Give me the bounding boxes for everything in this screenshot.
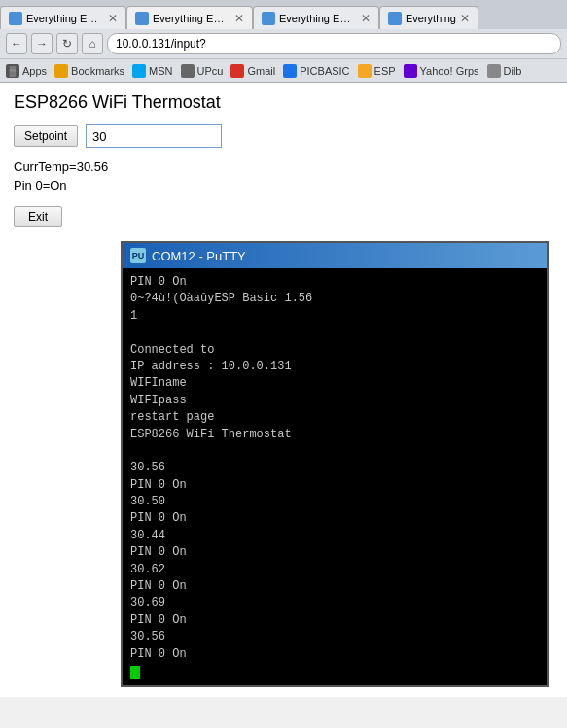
bookmark-gmail-label: Gmail: [247, 65, 275, 77]
setpoint-input[interactable]: [86, 124, 222, 148]
dilb-icon: [487, 64, 501, 78]
picbasic-icon: [283, 64, 297, 78]
gmail-icon: [230, 64, 244, 78]
putty-title: COM12 - PuTTY: [152, 249, 539, 263]
tab-4-favicon: [388, 12, 402, 25]
page-title: ESP8266 WiFi Thermostat: [14, 92, 553, 113]
tab-3-label: Everything ESP8266 -: [279, 13, 357, 24]
bookmark-bookmarks-label: Bookmarks: [71, 65, 124, 77]
tab-1-label: Everything ESP8266 -: [26, 13, 104, 24]
tab-bar: Everything ESP8266 - ✕ Everything ESP826…: [0, 0, 567, 29]
tab-1[interactable]: Everything ESP8266 - ✕: [0, 6, 126, 29]
setpoint-button[interactable]: Setpoint: [14, 125, 78, 147]
upcu-icon: [181, 64, 195, 78]
setpoint-row: Setpoint: [14, 124, 553, 148]
bookmarks-bar: ▒ Apps Bookmarks MSN UPcu Gmail PICBASIC…: [0, 58, 567, 82]
tab-3[interactable]: Everything ESP8266 - ✕: [253, 6, 379, 29]
nav-bar: ← → ↻ ⌂: [0, 29, 567, 58]
page-content: ESP8266 WiFi Thermostat Setpoint CurrTem…: [0, 83, 567, 697]
bookmark-picbasic-label: PICBASIC: [300, 65, 349, 77]
bookmark-gmail[interactable]: Gmail: [230, 64, 275, 78]
bookmark-msn[interactable]: MSN: [132, 64, 172, 78]
address-bar[interactable]: [107, 33, 561, 54]
tab-2-label: Everything ESP8266 -: [153, 13, 230, 24]
forward-button[interactable]: →: [31, 33, 53, 54]
bookmark-esp-label: ESP: [374, 65, 396, 77]
bookmark-yahoo[interactable]: Yahoo! Grps: [404, 64, 479, 78]
curr-temp-display: CurrTemp=30.56: [14, 159, 553, 174]
putty-terminal[interactable]: PIN 0 On 0~?4ù!(OàaûyESP Basic 1.56 1 Co…: [123, 268, 547, 685]
home-button[interactable]: ⌂: [82, 33, 103, 54]
terminal-cursor: [130, 666, 140, 679]
bookmark-picbasic[interactable]: PICBASIC: [283, 64, 349, 78]
bookmark-dilb-label: Dilb: [504, 65, 522, 77]
pin-status-display: Pin 0=On: [14, 178, 553, 192]
back-button[interactable]: ←: [6, 33, 27, 54]
bookmark-yahoo-label: Yahoo! Grps: [420, 65, 479, 77]
bookmark-bookmarks[interactable]: Bookmarks: [54, 64, 124, 78]
reload-button[interactable]: ↻: [56, 33, 78, 54]
bookmark-dilb[interactable]: Dilb: [487, 64, 522, 78]
tab-4[interactable]: Everything ✕: [379, 6, 478, 29]
bookmarks-icon: [54, 64, 68, 78]
tab-2-favicon: [135, 12, 149, 25]
esp-icon: [358, 64, 372, 78]
tab-2-close[interactable]: ✕: [234, 12, 244, 25]
tab-1-favicon: [9, 12, 22, 25]
bookmark-upcu[interactable]: UPcu: [181, 64, 224, 78]
bookmark-esp[interactable]: ESP: [358, 64, 396, 78]
tab-2[interactable]: Everything ESP8266 - ✕: [126, 6, 253, 29]
tab-4-close[interactable]: ✕: [460, 12, 470, 25]
putty-icon: PU: [130, 248, 146, 263]
tab-1-close[interactable]: ✕: [108, 12, 118, 25]
putty-window: PU COM12 - PuTTY PIN 0 On 0~?4ù!(OàaûyES…: [121, 241, 549, 687]
bookmark-upcu-label: UPcu: [197, 65, 224, 77]
apps-icon: ▒: [6, 64, 19, 78]
bookmark-msn-label: MSN: [149, 65, 172, 77]
tab-3-close[interactable]: ✕: [361, 12, 371, 25]
msn-icon: [132, 64, 146, 78]
yahoo-icon: [404, 64, 417, 78]
tab-4-label: Everything: [406, 13, 456, 24]
bookmark-apps[interactable]: ▒ Apps: [6, 64, 47, 78]
exit-button[interactable]: Exit: [14, 206, 62, 227]
putty-titlebar: PU COM12 - PuTTY: [123, 243, 547, 268]
bookmark-apps-label: Apps: [22, 65, 47, 77]
browser-chrome: Everything ESP8266 - ✕ Everything ESP826…: [0, 0, 567, 83]
tab-3-favicon: [262, 12, 275, 25]
